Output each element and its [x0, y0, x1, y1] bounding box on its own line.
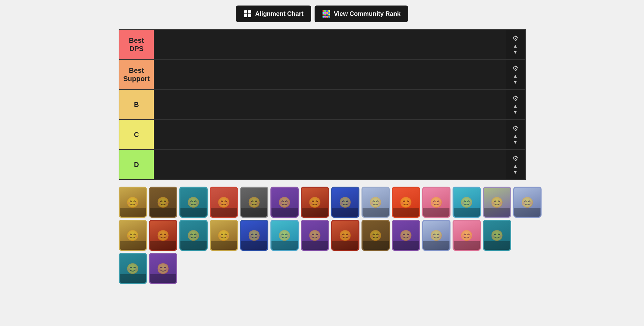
character-card-diluc[interactable]: 😊	[392, 187, 420, 218]
top-navigation: Alignment Chart View C	[0, 0, 644, 29]
gear-button-best-support[interactable]: ⚙	[512, 64, 519, 72]
tier-label-c: C	[119, 120, 154, 149]
community-rank-label: View Community Rank	[334, 10, 401, 18]
down-button-best-dps[interactable]: ▼	[513, 49, 518, 55]
gear-button-c[interactable]: ⚙	[512, 124, 519, 132]
character-card-diona[interactable]: 😊	[422, 220, 450, 251]
character-card-rosaria[interactable]: 😊	[149, 220, 177, 251]
character-face: 😊	[211, 188, 237, 217]
character-face: 😊	[120, 221, 146, 250]
up-button-b[interactable]: ▲	[513, 103, 518, 109]
tier-content-d[interactable]	[154, 150, 506, 179]
character-card-fischl[interactable]: 😊	[361, 220, 390, 251]
character-card-sucrose[interactable]: 😊	[483, 220, 511, 251]
tier-row-best-dps: Best DPS⚙▲▼	[119, 30, 525, 60]
character-card-eula[interactable]: 😊	[513, 187, 542, 218]
character-card-kamisato[interactable]: 😊	[453, 187, 481, 218]
character-face: 😊	[484, 221, 510, 250]
down-button-b[interactable]: ▼	[513, 109, 518, 115]
character-face: 😊	[363, 188, 389, 217]
character-card-ganyu[interactable]: 😊	[483, 187, 511, 218]
character-card-qiqi[interactable]: 😊	[270, 220, 299, 251]
character-card-beidou[interactable]: 😊	[301, 187, 329, 218]
down-button-c[interactable]: ▼	[513, 139, 518, 145]
character-face: 😊	[454, 188, 480, 217]
character-face: 😊	[454, 221, 480, 250]
up-button-c[interactable]: ▲	[513, 133, 518, 139]
tier-controls-b: ⚙▲▼	[506, 90, 525, 119]
tier-table: Best DPS⚙▲▼Best Support⚙▲▼B⚙▲▼C⚙▲▼D⚙▲▼	[119, 29, 526, 180]
character-face: 😊	[363, 221, 389, 250]
character-card-lumine[interactable]: 😊	[422, 187, 450, 218]
character-face: 😊	[393, 188, 419, 217]
character-face: 😊	[120, 188, 146, 217]
character-card-aether[interactable]: 😊	[119, 187, 147, 218]
alignment-chart-label: Alignment Chart	[255, 10, 304, 18]
character-face: 😊	[271, 221, 298, 250]
character-face: 😊	[484, 188, 510, 217]
tier-row-d: D⚙▲▼	[119, 150, 525, 179]
character-row: 😊😊😊😊😊😊😊😊😊😊😊😊😊	[119, 220, 526, 251]
character-card-chongyun[interactable]: 😊	[361, 187, 390, 218]
character-face: 😊	[423, 221, 449, 250]
character-card-kokomi[interactable]: 😊	[453, 220, 481, 251]
tier-content-best-support[interactable]	[154, 60, 506, 89]
tier-row-b: B⚙▲▼	[119, 90, 525, 120]
tier-controls-c: ⚙▲▼	[506, 120, 525, 149]
character-face: 😊	[393, 221, 419, 250]
character-face: 😊	[180, 188, 207, 217]
tier-row-c: C⚙▲▼	[119, 120, 525, 150]
tier-label-d: D	[119, 150, 154, 179]
character-face: 😊	[241, 221, 267, 250]
tier-controls-best-dps: ⚙▲▼	[506, 30, 525, 59]
character-card-hu-tao[interactable]: 😊	[210, 187, 238, 218]
character-face: 😊	[211, 221, 237, 250]
gear-button-d[interactable]: ⚙	[512, 154, 519, 162]
tier-row-best-support: Best Support⚙▲▼	[119, 60, 525, 90]
character-face: 😊	[150, 254, 176, 283]
character-face: 😊	[271, 188, 298, 217]
up-button-d[interactable]: ▲	[513, 163, 518, 169]
character-card-gorou[interactable]: 😊	[119, 220, 147, 251]
character-card-lumine2[interactable]: 😊	[179, 220, 208, 251]
character-card-keqing[interactable]: 😊	[270, 187, 299, 218]
character-card-xingqiu[interactable]: 😊	[240, 220, 268, 251]
character-face: 😊	[150, 221, 176, 250]
character-face: 😊	[302, 221, 328, 250]
character-row: 😊😊	[119, 253, 526, 284]
characters-pool: 😊😊😊😊😊😊😊😊😊😊😊😊😊😊😊😊😊😊😊😊😊😊😊😊😊😊😊😊😊	[119, 187, 526, 284]
character-face: 😊	[180, 221, 207, 250]
up-button-best-support[interactable]: ▲	[513, 73, 518, 79]
character-face: 😊	[332, 221, 358, 250]
character-row: 😊😊😊😊😊😊😊😊😊😊😊😊😊😊	[119, 187, 526, 218]
alignment-chart-button[interactable]: Alignment Chart	[236, 6, 311, 22]
tier-content-c[interactable]	[154, 120, 506, 149]
alignment-chart-icon	[244, 10, 252, 18]
down-button-best-support[interactable]: ▼	[513, 79, 518, 85]
character-card-mona[interactable]: 😊	[392, 220, 420, 251]
character-card-char2[interactable]: 😊	[149, 253, 177, 284]
community-rank-icon	[322, 10, 330, 18]
tier-content-best-dps[interactable]	[154, 30, 506, 59]
character-card-albedo[interactable]: 😊	[210, 220, 238, 251]
down-button-d[interactable]: ▼	[513, 169, 518, 175]
gear-button-best-dps[interactable]: ⚙	[512, 34, 519, 42]
character-card-char1[interactable]: 😊	[119, 253, 147, 284]
character-face: 😊	[120, 254, 146, 283]
character-face: 😊	[150, 188, 176, 217]
character-card-noelle[interactable]: 😊	[331, 220, 359, 251]
character-card-amber[interactable]: 😊	[179, 187, 208, 218]
tier-controls-d: ⚙▲▼	[506, 150, 525, 179]
character-card-zhongli[interactable]: 😊	[149, 187, 177, 218]
tier-content-b[interactable]	[154, 90, 506, 119]
community-rank-button[interactable]: View Community Rank	[315, 6, 408, 22]
character-card-razor[interactable]: 😊	[240, 187, 268, 218]
character-card-baal[interactable]: 😊	[301, 220, 329, 251]
gear-button-b[interactable]: ⚙	[512, 94, 519, 102]
tier-label-best-dps: Best DPS	[119, 30, 154, 59]
up-button-best-dps[interactable]: ▲	[513, 43, 518, 49]
character-card-kaeya[interactable]: 😊	[331, 187, 359, 218]
character-face: 😊	[514, 188, 541, 217]
tier-label-best-support: Best Support	[119, 60, 154, 89]
tier-controls-best-support: ⚙▲▼	[506, 60, 525, 89]
